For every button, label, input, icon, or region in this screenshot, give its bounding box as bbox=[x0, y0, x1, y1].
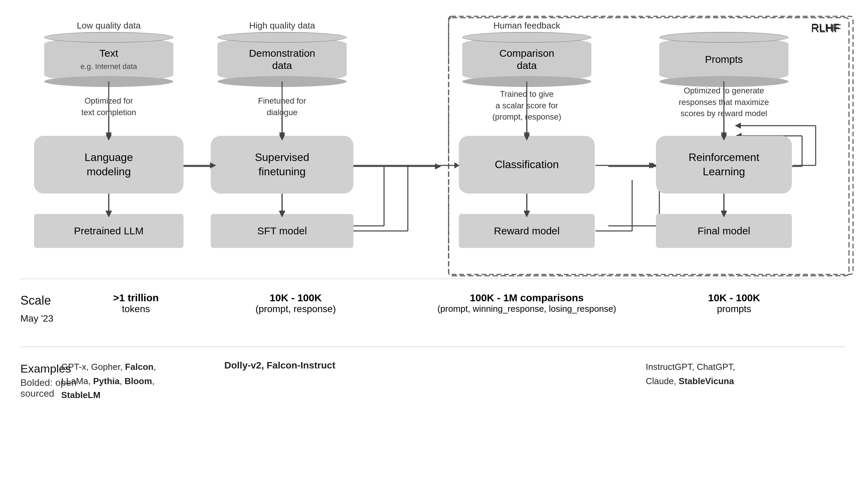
col1-output-box: Pretrained LLM bbox=[34, 214, 184, 248]
col2-proc-line1: Supervised bbox=[255, 151, 309, 163]
examples-col4: InstructGPT, ChatGPT, Claude, StableVicu… bbox=[646, 360, 816, 388]
col1-proc-line1: Language bbox=[85, 151, 133, 163]
col2-proc-line2: finetuning bbox=[259, 165, 306, 178]
scale-label: ScaleMay '23 bbox=[20, 292, 53, 326]
col2-cyl-line2: data bbox=[272, 60, 292, 71]
col1-top-label: Low quality data bbox=[58, 20, 160, 31]
col3-output-text: Reward model bbox=[494, 225, 559, 237]
col2-cyl-line1: Demonstration bbox=[249, 48, 315, 59]
scale-col2: 10K - 100K (prompt, response) bbox=[224, 292, 367, 315]
col3-output-box: Reward model bbox=[459, 214, 595, 248]
divider-line2 bbox=[20, 346, 846, 347]
col4-arrow-label: Optimized to generateresponses that maxi… bbox=[649, 85, 799, 119]
svg-marker-61 bbox=[735, 123, 741, 129]
col3-cyl-line1: Comparison bbox=[499, 48, 554, 59]
col4-cylinder: Prompts bbox=[659, 37, 788, 82]
col2-output-box: SFT model bbox=[211, 214, 353, 248]
col2-arrow-label: Finetuned fordialogue bbox=[211, 95, 353, 118]
col4-cyl-line1: Prompts bbox=[705, 54, 743, 65]
col3-cylinder: Comparison data bbox=[462, 37, 591, 82]
col2-process-box: Supervised finetuning bbox=[211, 136, 353, 194]
svg-marker-20 bbox=[435, 163, 441, 169]
col2-cylinder: Demonstration data bbox=[218, 37, 347, 82]
col4-output-box: Final model bbox=[656, 214, 792, 248]
scale-col4: 10K - 100K prompts bbox=[666, 292, 802, 315]
col2-output-text: SFT model bbox=[257, 225, 307, 237]
col1-proc-line2: modeling bbox=[87, 165, 131, 178]
col3-arrow-label: Trained to givea scalar score for(prompt… bbox=[452, 88, 602, 123]
col3-top-label: Human feedback bbox=[462, 20, 591, 31]
scale-col1: >1 trillion tokens bbox=[61, 292, 211, 315]
col3-cyl-line2: data bbox=[517, 60, 537, 71]
col1-cyl-line1: Text bbox=[99, 48, 118, 59]
examples-col1: GPT-x, Gopher, Falcon, LLaMa, Pythia, Bl… bbox=[61, 360, 211, 402]
col3-proc-line1: Classification bbox=[495, 158, 559, 170]
col1-cylinder: Text e.g. Internet data bbox=[44, 37, 173, 82]
diagram-container: RLHF bbox=[0, 0, 868, 485]
scale-col3: 100K - 1M comparisons (prompt, winning_r… bbox=[408, 292, 646, 314]
divider-line bbox=[20, 279, 846, 279]
svg-text:RLHF: RLHF bbox=[811, 22, 841, 35]
rlhf-label: RLHF bbox=[811, 21, 839, 34]
col4-output-text: Final model bbox=[697, 225, 750, 237]
examples-col2: Dolly-v2, Falcon-Instruct bbox=[224, 360, 367, 371]
col3-process-box: Classification bbox=[459, 136, 595, 194]
col1-arrow-label: Optimized fortext completion bbox=[34, 95, 184, 118]
col4-proc-line1: Reinforcement bbox=[689, 151, 759, 163]
col1-output-text: Pretrained LLM bbox=[74, 225, 143, 237]
svg-marker-57 bbox=[649, 162, 655, 168]
col4-proc-line2: Learning bbox=[703, 165, 745, 178]
col1-cyl-line2: e.g. Internet data bbox=[81, 62, 137, 71]
col4-process-box: Reinforcement Learning bbox=[656, 136, 792, 194]
col1-process-box: Language modeling bbox=[34, 136, 184, 194]
col2-top-label: High quality data bbox=[218, 20, 347, 31]
